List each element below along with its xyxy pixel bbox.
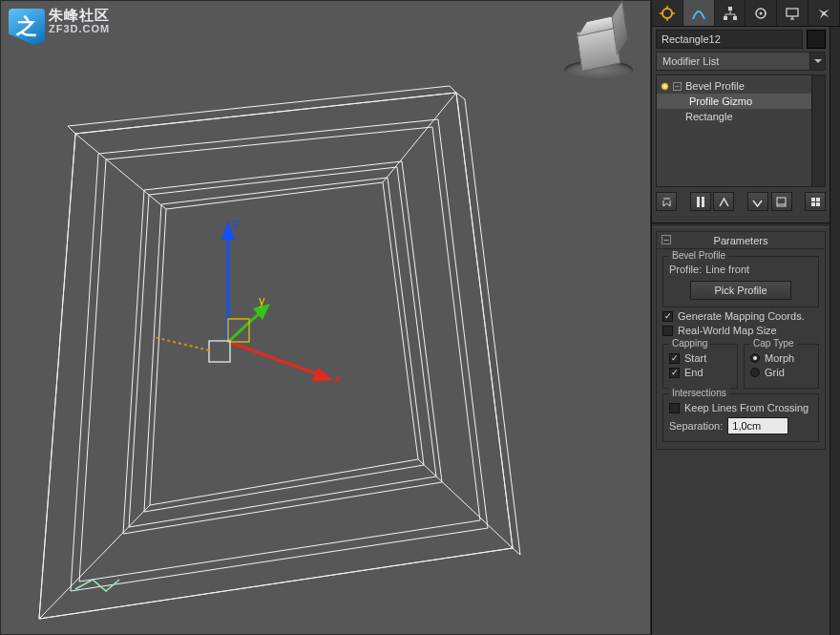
lightbulb-icon[interactable] [661,82,669,91]
pin-stack-button[interactable] [656,192,677,211]
svg-rect-39 [811,198,815,201]
radio-icon [750,368,760,377]
group-title: Cap Type [750,338,797,349]
modifier-stack[interactable]: – Bevel Profile Profile Gizmo Rectangle [656,74,826,187]
tab-utilities[interactable] [808,0,840,26]
rollout-title: Parameters [714,235,768,246]
chk-label: Keep Lines From Crossing [684,402,808,413]
group-cap-type: Cap Type Morph Grid [744,344,819,389]
group-bevel-profile: Bevel Profile Profile: Line front Pick P… [662,256,819,307]
svg-rect-27 [724,16,727,20]
object-color-swatch[interactable] [807,30,826,49]
rollout-header[interactable]: – Parameters [657,232,825,248]
modifier-sets-button[interactable] [805,192,826,211]
svg-rect-41 [811,202,815,206]
group-title: Capping [669,338,710,349]
separation-label: Separation: [669,420,723,432]
svg-rect-37 [777,198,786,206]
chk-label: Real-World Map Size [678,325,777,336]
show-end-result-button[interactable] [690,192,711,211]
make-unique-button[interactable] [713,192,734,211]
svg-rect-32 [787,9,798,16]
chk-label: Start [684,352,706,364]
modifier-list-label: Modifier List [662,55,719,67]
panel-tabs [652,0,840,27]
radio-morph[interactable]: Morph [750,352,812,364]
pick-profile-button[interactable]: Pick Profile [690,281,791,300]
svg-point-30 [760,11,763,14]
stack-item-profile-gizmo[interactable]: Profile Gizmo [657,94,825,109]
configure-sets-button[interactable] [771,192,792,211]
watermark: 之 朱峰社区 ZF3D.COM [9,9,110,45]
radio-label: Morph [765,352,794,364]
viewcube-cube-icon[interactable] [576,24,620,72]
chk-keep-lines[interactable]: Keep Lines From Crossing [669,402,812,413]
checkbox-icon [669,353,680,364]
stack-item-label: Rectangle [685,111,733,122]
tab-hierarchy[interactable] [715,0,746,26]
profile-value: Line front [705,264,749,275]
svg-point-21 [662,9,672,18]
checkbox-icon [662,326,673,336]
group-title: Bevel Profile [669,250,728,261]
panel-divider [652,222,830,227]
object-name-input[interactable] [656,30,803,49]
chk-label: End [684,367,704,378]
chevron-down-icon [809,53,825,70]
stack-item-rectangle[interactable]: Rectangle [657,109,825,124]
stack-item-label: Profile Gizmo [689,95,752,107]
stack-item-bevel-profile[interactable]: – Bevel Profile [657,78,825,94]
svg-rect-26 [728,7,732,11]
panel-scroll-gutter[interactable] [830,27,840,635]
viewcube[interactable] [564,28,633,79]
rollout-parameters: – Parameters Bevel Profile Profile: Line… [656,231,826,450]
modifier-list-dropdown[interactable]: Modifier List [656,52,826,71]
tab-create[interactable] [652,0,683,26]
svg-rect-36 [702,197,704,207]
site-logo-icon: 之 [9,9,45,45]
chk-generate-mapping[interactable]: Generate Mapping Coords. [662,310,819,322]
group-capping: Capping Start End [662,344,738,389]
remove-modifier-button[interactable] [747,192,768,211]
chk-real-world[interactable]: Real-World Map Size [662,325,819,336]
tab-motion[interactable] [746,0,777,26]
svg-rect-28 [733,16,737,20]
chk-label: Generate Mapping Coords. [678,310,805,322]
stack-item-label: Bevel Profile [685,80,745,92]
stack-scrollbar[interactable] [811,75,825,186]
separation-spinner[interactable] [727,417,788,434]
stack-button-row [656,192,826,211]
command-panel: Modifier List – Bevel Profile Profile Gi… [651,0,840,635]
tab-modify[interactable] [683,0,715,26]
svg-rect-35 [697,197,700,207]
axis-x-label: x [334,370,341,386]
chk-cap-end[interactable]: End [669,367,731,378]
checkbox-icon [662,311,673,322]
watermark-subtitle: ZF3D.COM [49,22,110,35]
checkbox-icon [669,368,680,378]
group-intersections: Intersections Keep Lines From Crossing S… [662,393,819,442]
minus-icon: – [662,235,671,244]
collapse-icon[interactable]: – [673,82,682,91]
chk-cap-start[interactable]: Start [669,352,731,364]
group-title: Intersections [669,388,729,398]
svg-rect-42 [816,202,820,206]
axis-y-label: y [259,293,265,307]
watermark-title: 朱峰社区 [49,9,110,22]
svg-rect-40 [816,198,820,201]
radio-grid[interactable]: Grid [750,367,812,378]
tab-display[interactable] [777,0,808,26]
radio-label: Grid [765,367,785,378]
wireframe-object[interactable]: z y x [1,1,650,635]
svg-point-31 [765,12,766,14]
profile-label: Profile: [669,264,702,275]
axis-z-label: z [233,216,240,231]
viewport[interactable]: 之 朱峰社区 ZF3D.COM [0,0,651,635]
checkbox-icon [669,403,680,413]
radio-icon [750,353,760,363]
separation-input[interactable] [728,418,840,434]
